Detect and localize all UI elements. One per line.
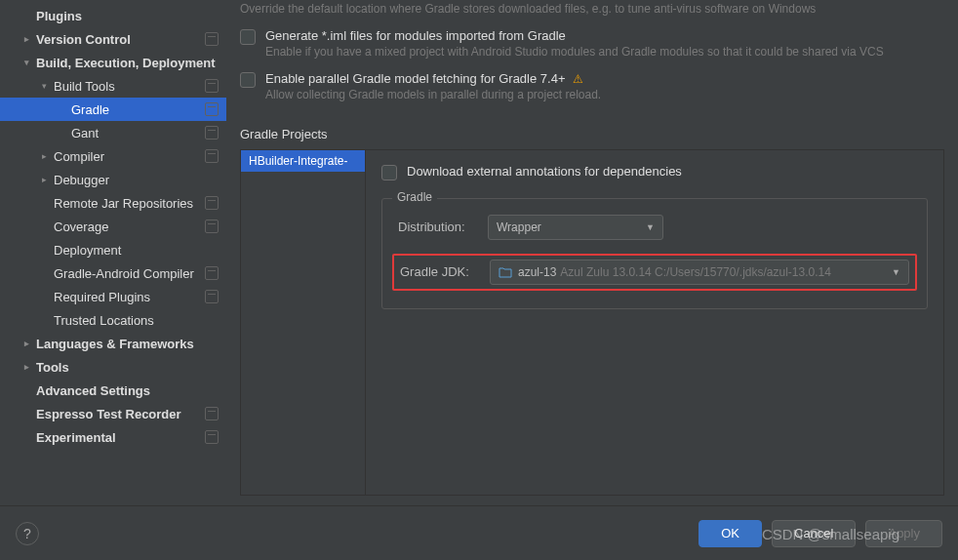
gradle-projects-title: Gradle Projects [240, 127, 944, 141]
sidebar-item-label: Tools [36, 360, 219, 375]
sidebar-item-gradle[interactable]: Gradle [0, 98, 226, 121]
project-scope-icon [205, 430, 219, 444]
sidebar-item-label: Gradle [71, 102, 201, 117]
settings-main: Override the default location where Grad… [226, 0, 958, 505]
sidebar-item-label: Trusted Locations [54, 313, 219, 328]
sidebar-item-build-execution-deployment[interactable]: ▾Build, Execution, Deployment [0, 51, 226, 74]
sidebar-item-label: Build, Execution, Deployment [36, 56, 219, 70]
distribution-select[interactable]: Wrapper ▼ [488, 215, 663, 240]
parallel-fetch-hint: Allow collecting Gradle models in parall… [265, 86, 944, 104]
chevron-down-icon[interactable]: ▾ [37, 79, 51, 93]
project-scope-icon [205, 196, 219, 210]
distribution-label: Distribution: [398, 220, 488, 234]
project-detail: Download external annotations for depend… [366, 150, 943, 495]
help-button[interactable]: ? [16, 522, 39, 545]
sidebar-item-tools[interactable]: ▸Tools [0, 355, 226, 379]
sidebar-item-remote-jar-repositories[interactable]: Remote Jar Repositories [0, 191, 226, 215]
chevron-right-icon[interactable]: ▸ [20, 32, 33, 46]
sidebar-item-label: Coverage [54, 220, 201, 234]
generate-iml-row: Generate *.iml files for modules importe… [240, 28, 944, 61]
gradle-jdk-select[interactable]: azul-13 Azul Zulu 13.0.14 C:/Users/15770… [490, 260, 909, 285]
sidebar-item-coverage[interactable]: Coverage [0, 215, 226, 238]
warning-icon: ⚠ [573, 72, 583, 86]
project-scope-icon [205, 149, 219, 163]
sidebar-item-gant[interactable]: Gant [0, 121, 226, 144]
gradle-fieldset: Gradle Distribution: Wrapper ▼ Gradle JD… [381, 198, 928, 309]
project-scope-icon [205, 102, 219, 116]
sidebar-item-gradle-android-compiler[interactable]: Gradle-Android Compiler [0, 261, 226, 285]
project-scope-icon [205, 407, 219, 420]
gradle-projects-panel: HBuilder-Integrate- Download external an… [240, 149, 944, 496]
generate-iml-checkbox[interactable] [240, 29, 256, 45]
cancel-button[interactable]: Cancel [772, 520, 856, 547]
project-item[interactable]: HBuilder-Integrate- [241, 150, 365, 172]
chevron-down-icon: ▼ [892, 267, 900, 277]
project-scope-icon [205, 290, 219, 303]
project-scope-icon [205, 126, 219, 140]
gradle-jdk-label: Gradle JDK: [400, 264, 490, 279]
sidebar-item-label: Compiler [54, 149, 201, 164]
sidebar-item-label: Remote Jar Repositories [54, 196, 201, 211]
ok-button[interactable]: OK [699, 520, 762, 547]
sidebar-item-label: Debugger [54, 173, 219, 187]
chevron-right-icon[interactable]: ▸ [20, 337, 33, 350]
download-annotations-checkbox[interactable] [381, 165, 397, 180]
sidebar-item-label: Build Tools [54, 79, 201, 94]
sidebar-item-deployment[interactable]: Deployment [0, 238, 226, 261]
sidebar-item-debugger[interactable]: ▸Debugger [0, 168, 226, 191]
parallel-fetch-label: Enable parallel Gradle model fetching fo… [265, 71, 566, 86]
gradle-fieldset-label: Gradle [392, 190, 437, 204]
apply-button[interactable]: Apply [865, 520, 942, 547]
sidebar-item-label: Experimental [36, 430, 201, 445]
sidebar-item-label: Required Plugins [54, 290, 201, 304]
project-scope-icon [205, 220, 219, 233]
parallel-fetch-row: Enable parallel Gradle model fetching fo… [240, 71, 944, 104]
sidebar-item-languages-frameworks[interactable]: ▸Languages & Frameworks [0, 332, 226, 355]
chevron-right-icon[interactable]: ▸ [37, 149, 51, 163]
project-scope-icon [205, 32, 219, 46]
chevron-down-icon: ▼ [646, 222, 655, 232]
sidebar-item-trusted-locations[interactable]: Trusted Locations [0, 308, 226, 332]
sidebar-item-build-tools[interactable]: ▾Build Tools [0, 74, 226, 98]
generate-iml-hint: Enable if you have a mixed project with … [265, 43, 944, 61]
chevron-right-icon[interactable]: ▸ [37, 173, 51, 186]
gradle-jdk-value: azul-13 [518, 265, 556, 279]
sidebar-item-label: Espresso Test Recorder [36, 407, 201, 421]
project-list[interactable]: HBuilder-Integrate- [241, 150, 366, 495]
sidebar-item-required-plugins[interactable]: Required Plugins [0, 285, 226, 308]
sidebar-item-label: Languages & Frameworks [36, 337, 219, 351]
distribution-row: Distribution: Wrapper ▼ [398, 215, 911, 240]
folder-icon [499, 266, 512, 278]
project-scope-icon [205, 79, 219, 93]
gradle-jdk-row: Gradle JDK: azul-13 Azul Zulu 13.0.14 C:… [392, 254, 917, 291]
bottom-bar: ? OK Cancel Apply [0, 505, 958, 560]
parallel-fetch-checkbox[interactable] [240, 72, 256, 88]
gradle-jdk-path: Azul Zulu 13.0.14 C:/Users/15770/.jdks/a… [560, 265, 831, 279]
sidebar-item-advanced-settings[interactable]: Advanced Settings [0, 379, 226, 402]
top-hint: Override the default location where Grad… [240, 0, 944, 19]
chevron-down-icon[interactable]: ▾ [20, 56, 33, 69]
sidebar-item-label: Gradle-Android Compiler [54, 266, 201, 281]
sidebar-item-version-control[interactable]: ▸Version Control [0, 27, 226, 51]
project-scope-icon [205, 266, 219, 280]
sidebar-item-label: Plugins [36, 9, 219, 23]
settings-sidebar[interactable]: Plugins▸Version Control▾Build, Execution… [0, 0, 226, 505]
sidebar-item-label: Version Control [36, 32, 201, 47]
sidebar-item-plugins[interactable]: Plugins [0, 4, 226, 27]
sidebar-item-label: Deployment [54, 243, 219, 258]
sidebar-item-experimental[interactable]: Experimental [0, 425, 226, 449]
sidebar-item-espresso-test-recorder[interactable]: Espresso Test Recorder [0, 402, 226, 425]
download-annotations-label: Download external annotations for depend… [407, 164, 682, 179]
sidebar-item-compiler[interactable]: ▸Compiler [0, 144, 226, 168]
chevron-right-icon[interactable]: ▸ [20, 360, 33, 374]
sidebar-item-label: Advanced Settings [36, 383, 219, 398]
distribution-value: Wrapper [497, 220, 541, 234]
generate-iml-label: Generate *.iml files for modules importe… [265, 28, 944, 43]
sidebar-item-label: Gant [71, 126, 201, 140]
